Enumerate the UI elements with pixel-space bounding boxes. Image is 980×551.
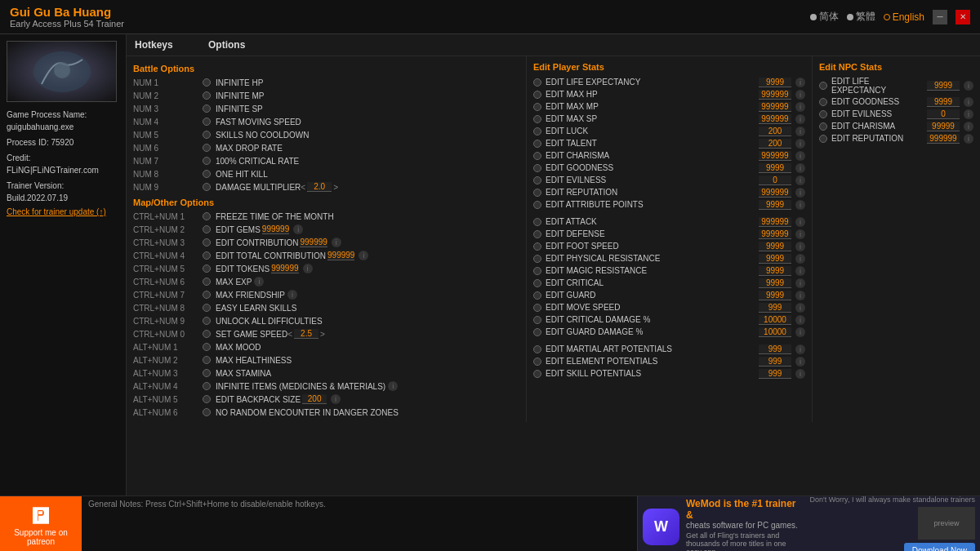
toggle-alt1[interactable] [203, 343, 211, 351]
toggle-ctrl7[interactable] [203, 291, 211, 299]
toggle-num6[interactable] [203, 144, 211, 152]
toggle-attack[interactable] [533, 218, 541, 226]
info-max-sp[interactable]: i [795, 114, 805, 124]
info-guard[interactable]: i [795, 291, 805, 300]
value-goodness[interactable]: 9999 [759, 163, 791, 173]
lang-simplified[interactable]: 简体 [810, 10, 839, 24]
npc-toggle-life-exp[interactable] [819, 82, 827, 90]
npc-info-reputation[interactable]: i [964, 134, 973, 144]
npc-info-evilness[interactable]: i [964, 109, 973, 119]
toggle-num4[interactable] [203, 118, 211, 126]
toggle-num1[interactable] [203, 78, 211, 87]
lang-english[interactable]: English [884, 11, 924, 23]
value-phys-resist[interactable]: 9999 [759, 254, 791, 264]
npc-value-goodness[interactable]: 9999 [927, 97, 960, 107]
info-attack[interactable]: i [795, 217, 805, 227]
value-luck[interactable]: 200 [759, 127, 791, 136]
info-magic-resist[interactable]: i [795, 266, 805, 276]
toggle-element-pot[interactable] [533, 358, 541, 366]
info-goodness[interactable]: i [795, 163, 805, 173]
npc-info-charisma[interactable]: i [964, 122, 973, 131]
toggle-ctrl6[interactable] [203, 278, 211, 286]
arrow-left-ctrl0[interactable]: < [287, 330, 292, 339]
value-talent[interactable]: 200 [759, 139, 791, 149]
value-attr-pts[interactable]: 9999 [759, 200, 791, 210]
toggle-guard[interactable] [533, 291, 541, 300]
value-reputation[interactable]: 999999 [759, 188, 791, 198]
toggle-num7[interactable] [203, 157, 211, 165]
info-defense[interactable]: i [795, 229, 805, 239]
update-link[interactable]: Check for trainer update (↑) [7, 207, 119, 216]
info-element-pot[interactable]: i [795, 357, 805, 367]
npc-toggle-evilness[interactable] [819, 110, 827, 118]
download-button[interactable]: Download Now [904, 543, 975, 552]
toggle-charisma[interactable] [533, 152, 541, 160]
info-crit-dmg[interactable]: i [795, 315, 805, 325]
info-life-exp[interactable]: i [795, 78, 805, 87]
npc-info-life-exp[interactable]: i [964, 81, 973, 91]
info-talent[interactable]: i [795, 139, 805, 149]
value-max-mp[interactable]: 999999 [759, 102, 791, 112]
toggle-num9[interactable] [203, 183, 211, 191]
value-ctrl5[interactable]: 999999 [271, 264, 298, 273]
info-max-mp[interactable]: i [795, 102, 805, 112]
info-attr-pts[interactable]: i [795, 200, 805, 210]
info-ctrl6[interactable]: i [254, 277, 264, 287]
toggle-max-mp[interactable] [533, 103, 541, 111]
patreon-button[interactable]: 🅿 Support me onpatreon [0, 496, 82, 551]
toggle-guard-dmg[interactable] [533, 328, 541, 336]
info-reputation[interactable]: i [795, 188, 805, 198]
value-guard-dmg[interactable]: 10000 [759, 327, 791, 337]
toggle-goodness[interactable] [533, 164, 541, 172]
value-charisma[interactable]: 999999 [759, 151, 791, 161]
toggle-num3[interactable] [203, 104, 211, 113]
toggle-ctrl5[interactable] [203, 264, 211, 273]
value-life-exp[interactable]: 9999 [759, 78, 791, 87]
info-move-speed[interactable]: i [795, 303, 805, 313]
toggle-alt3[interactable] [203, 369, 211, 377]
value-ctrl4[interactable]: 999999 [327, 251, 354, 260]
toggle-magic-resist[interactable] [533, 267, 541, 275]
info-charisma[interactable]: i [795, 151, 805, 161]
value-magic-resist[interactable]: 9999 [759, 266, 791, 276]
value-num9[interactable]: 2.0 [307, 182, 332, 192]
info-ctrl3[interactable]: i [332, 238, 341, 247]
info-skill-pot[interactable]: i [795, 369, 805, 379]
info-max-hp[interactable]: i [795, 90, 805, 100]
lang-traditional[interactable]: 繁體 [847, 10, 875, 24]
info-critical[interactable]: i [795, 278, 805, 288]
toggle-talent[interactable] [533, 140, 541, 148]
value-skill-pot[interactable]: 999 [759, 369, 791, 379]
value-crit-dmg[interactable]: 10000 [759, 315, 791, 325]
toggle-life-exp[interactable] [533, 78, 541, 87]
arrow-right-ctrl0[interactable]: > [320, 330, 325, 339]
value-guard[interactable]: 9999 [759, 291, 791, 300]
toggle-attr-pts[interactable] [533, 201, 541, 209]
toggle-ctrl9[interactable] [203, 317, 211, 325]
npc-toggle-charisma[interactable] [819, 122, 827, 131]
toggle-martial-art[interactable] [533, 345, 541, 353]
value-move-speed[interactable]: 999 [759, 303, 791, 313]
value-evilness[interactable]: 0 [759, 176, 791, 185]
toggle-num2[interactable] [203, 91, 211, 100]
toggle-ctrl8[interactable] [203, 304, 211, 312]
info-alt4[interactable]: i [388, 381, 398, 391]
toggle-ctrl0[interactable] [203, 330, 211, 338]
toggle-skill-pot[interactable] [533, 370, 541, 378]
value-ctrl3[interactable]: 999999 [300, 238, 327, 247]
toggle-alt6[interactable] [203, 408, 211, 416]
value-max-sp[interactable]: 999999 [759, 114, 791, 124]
toggle-phys-resist[interactable] [533, 255, 541, 263]
toggle-evilness[interactable] [533, 176, 541, 184]
npc-value-life-exp[interactable]: 9999 [927, 81, 960, 91]
npc-toggle-reputation[interactable] [819, 135, 827, 143]
info-phys-resist[interactable]: i [795, 254, 805, 264]
toggle-move-speed[interactable] [533, 304, 541, 312]
value-alt5[interactable]: 200 [302, 394, 327, 404]
npc-value-evilness[interactable]: 0 [927, 109, 960, 119]
minimize-button[interactable]: ─ [933, 10, 947, 24]
info-evilness[interactable]: i [795, 176, 805, 185]
npc-value-charisma[interactable]: 99999 [927, 122, 960, 131]
toggle-max-hp[interactable] [533, 91, 541, 99]
info-alt5[interactable]: i [331, 394, 341, 404]
